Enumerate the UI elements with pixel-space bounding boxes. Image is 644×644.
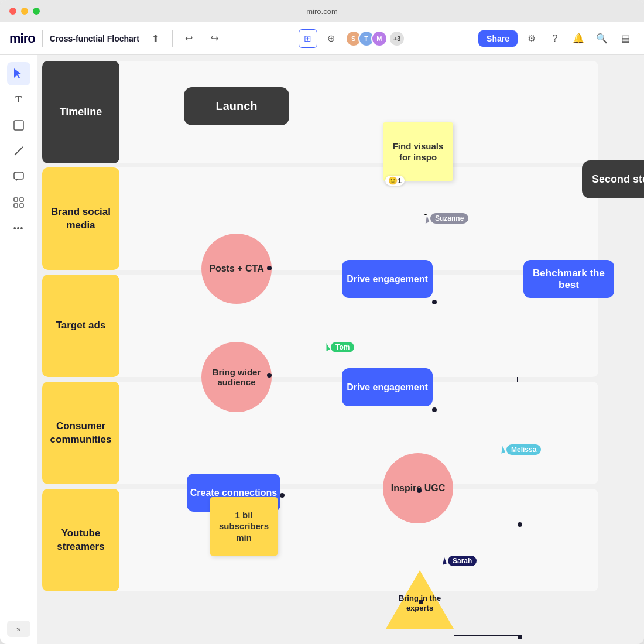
svg-line-2	[15, 147, 23, 155]
comment-tool[interactable]	[7, 165, 30, 189]
toolbar-divider	[42, 30, 43, 47]
svg-rect-7	[20, 204, 23, 207]
avatar-group: S T M +3	[345, 30, 405, 47]
svg-rect-1	[14, 121, 23, 130]
avatar-3: M	[371, 30, 388, 47]
bring-wider-node[interactable]: Bring wider audience	[201, 342, 272, 412]
timeline-lane-bg	[42, 61, 598, 163]
youtube-lane-bg	[42, 489, 598, 591]
grid-icon[interactable]: ▤	[616, 29, 635, 48]
sarah-cursor-arrow	[440, 557, 447, 565]
svg-rect-4	[14, 198, 18, 201]
drive-engagement-1-node[interactable]: Drive engagement	[342, 260, 433, 298]
toolbar-right: Share ⚙ ? 🔔 🔍 ▤	[478, 29, 635, 48]
frame-tool[interactable]	[7, 191, 30, 214]
share-button[interactable]: Share	[478, 30, 518, 47]
timeline-lane-label: Timeline	[42, 61, 119, 163]
find-visuals-sticky[interactable]: Find visuals for inspo 🙂1	[383, 122, 453, 181]
sticky-note-tool[interactable]	[7, 114, 30, 137]
benchmark-node[interactable]: Behchmark the best	[523, 260, 614, 298]
toolbar-center: ⊞ ⊕ S T M +3	[231, 29, 471, 48]
dot-inspire-ugc-right	[417, 488, 422, 493]
svg-rect-6	[14, 204, 18, 207]
dot-triangle-right	[419, 600, 423, 604]
miro-logo[interactable]: miro	[9, 31, 35, 46]
sarah-cursor: Sarah	[441, 556, 477, 566]
minimize-button[interactable]	[21, 8, 28, 15]
melissa-cursor: Melissa	[500, 444, 541, 455]
dot-bring-wider-right	[267, 373, 272, 378]
tom-cursor: Tom	[324, 342, 354, 352]
svg-rect-5	[20, 198, 23, 201]
melissa-cursor-tag: Melissa	[506, 444, 541, 455]
export-button[interactable]: ⬆	[146, 29, 165, 48]
tom-cursor-tag: Tom	[331, 342, 354, 352]
launch-node[interactable]: Launch	[184, 87, 289, 125]
app-window: miro.com miro Cross-functial Flochart ⬆ …	[0, 0, 644, 644]
tom-cursor-arrow	[323, 343, 330, 351]
melissa-cursor-arrow	[499, 446, 505, 454]
dot-create-connections-right	[280, 493, 285, 498]
svg-marker-0	[14, 68, 22, 78]
dot-posts-cta-right	[267, 266, 272, 270]
help-icon[interactable]: ?	[546, 29, 564, 48]
traffic-lights	[9, 8, 40, 15]
main-area: T ••• »	[0, 55, 644, 644]
dot-inspire-ugc-line-end	[518, 522, 522, 527]
tools-bottom: »	[7, 621, 30, 637]
line-tool[interactable]	[7, 139, 30, 163]
redo-button[interactable]: ↪	[205, 29, 224, 48]
youtube-lane-label: Youtube streamers	[42, 489, 119, 591]
collapse-sidebar-button[interactable]: »	[7, 621, 30, 637]
suzanne-cursor-arrow	[423, 214, 430, 223]
svg-rect-3	[14, 172, 23, 179]
title-bar: miro.com	[0, 0, 644, 22]
target-ads-lane-bg	[42, 275, 598, 377]
add-button[interactable]: ⊕	[322, 29, 341, 48]
dot-experts-line-end	[518, 635, 522, 639]
canvas[interactable]: Timeline Brand social media Target ads C…	[37, 55, 644, 644]
suzanne-cursor: Suzanne	[424, 213, 468, 224]
dot-drive-eng-1-right	[432, 300, 437, 304]
tools-sidebar: T ••• »	[0, 55, 37, 644]
document-title[interactable]: Cross-functial Flochart	[50, 34, 139, 43]
brand-social-lane-bg	[42, 167, 598, 270]
posts-cta-node[interactable]: Posts + CTA	[201, 234, 272, 304]
window-title: miro.com	[306, 7, 337, 16]
settings-icon[interactable]: ⚙	[522, 29, 541, 48]
notifications-icon[interactable]: 🔔	[569, 29, 588, 48]
subscribers-sticky[interactable]: 1 bil subscribers min	[210, 497, 278, 556]
undo-button[interactable]: ↩	[180, 29, 198, 48]
cursor-tool[interactable]	[7, 62, 30, 85]
consumer-lane-label: Consumer communities	[42, 382, 119, 484]
more-tools[interactable]: •••	[7, 217, 30, 240]
sarah-cursor-tag: Sarah	[448, 556, 477, 566]
filter-button[interactable]: ⊞	[299, 29, 317, 48]
target-ads-lane-label: Target ads	[42, 275, 119, 377]
suzanne-cursor-tag: Suzanne	[430, 213, 468, 224]
search-icon[interactable]: 🔍	[592, 29, 611, 48]
avatar-count: +3	[390, 32, 405, 46]
maximize-button[interactable]	[33, 8, 40, 15]
second-step-node[interactable]: Second ste	[582, 160, 644, 198]
text-tool[interactable]: T	[7, 88, 30, 111]
dot-drive-eng-2-right	[432, 407, 437, 412]
toolbar: miro Cross-functial Flochart ⬆ ↩ ↪ ⊞ ⊕ S…	[0, 22, 644, 55]
toolbar-divider-2	[172, 30, 173, 47]
brand-social-lane-label: Brand social media	[42, 167, 119, 270]
emoji-badge: 🙂1	[385, 176, 405, 186]
close-button[interactable]	[9, 8, 16, 15]
consumer-lane-bg	[42, 382, 598, 484]
drive-engagement-2-node[interactable]: Drive engagement	[342, 368, 433, 406]
